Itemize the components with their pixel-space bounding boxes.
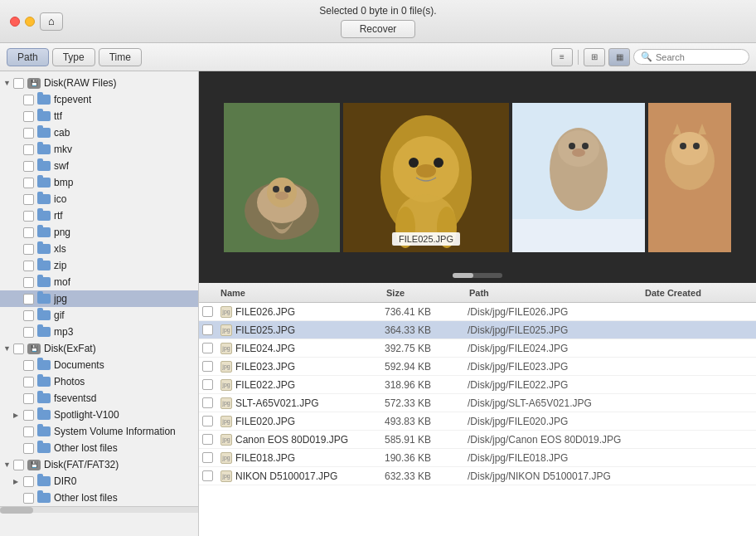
folder-documents[interactable]: Documents bbox=[0, 357, 198, 373]
file-size: 190.36 KB bbox=[385, 452, 468, 464]
folder-jpg[interactable]: jpg bbox=[0, 290, 198, 307]
file-row[interactable]: jpg SLT-A65V021.JPG 572.33 KB /Disk/jpg/… bbox=[199, 394, 756, 412]
folder-ttf[interactable]: ttf bbox=[0, 108, 198, 124]
file-path: /Disk/jpg/FILE023.JPG bbox=[468, 361, 645, 373]
folder-other-lost-fat[interactable]: Other lost files bbox=[0, 490, 198, 506]
file-path: /Disk/jpg/FILE025.JPG bbox=[468, 324, 645, 336]
tab-path[interactable]: Path bbox=[7, 48, 49, 66]
file-name: FILE022.JPG bbox=[235, 379, 385, 391]
folder-other-lost-exfat[interactable]: Other lost files bbox=[0, 440, 198, 456]
header-date[interactable]: Date Created bbox=[645, 288, 753, 298]
preview-images: FILE025.JPG bbox=[199, 71, 756, 283]
file-checkbox[interactable] bbox=[202, 452, 213, 463]
file-name: FILE023.JPG bbox=[235, 361, 385, 373]
file-checkbox[interactable] bbox=[202, 416, 213, 426]
folder-fseventsd[interactable]: fseventsd bbox=[0, 390, 198, 407]
search-input[interactable] bbox=[656, 52, 739, 62]
sidebar-scrollbar[interactable] bbox=[0, 506, 198, 513]
file-row-check bbox=[202, 361, 220, 372]
svg-point-25 bbox=[572, 149, 585, 157]
file-icon: jpg bbox=[220, 379, 232, 391]
file-checkbox[interactable] bbox=[202, 379, 213, 390]
file-checkbox[interactable] bbox=[202, 324, 213, 335]
disk-exfat-checkbox[interactable] bbox=[13, 344, 24, 354]
header-size[interactable]: Size bbox=[386, 288, 469, 298]
file-checkbox[interactable] bbox=[202, 343, 213, 353]
header-path[interactable]: Path bbox=[469, 288, 645, 298]
file-row[interactable]: jpg FILE018.JPG 190.36 KB /Disk/jpg/FILE… bbox=[199, 449, 756, 467]
folder-dir0[interactable]: ▶DIR0 bbox=[0, 473, 198, 490]
file-checkbox[interactable] bbox=[202, 434, 213, 445]
view-grid-button[interactable]: ⊞ bbox=[584, 48, 605, 66]
file-row[interactable]: jpg FILE025.JPG 364.33 KB /Disk/jpg/FILE… bbox=[199, 321, 756, 339]
folder-gif[interactable]: gif bbox=[0, 307, 198, 324]
minimize-button[interactable] bbox=[25, 17, 35, 27]
view-list-button[interactable]: ≡ bbox=[551, 48, 573, 66]
header-name[interactable]: Name bbox=[220, 288, 386, 298]
preview-image-2: FILE025.JPG bbox=[343, 103, 509, 252]
folder-photos[interactable]: Photos bbox=[0, 373, 198, 390]
view-thumb-button[interactable]: ▦ bbox=[608, 48, 630, 66]
disk-raw-label: Disk(RAW Files) bbox=[44, 77, 117, 89]
file-checkbox[interactable] bbox=[202, 306, 213, 317]
home-button[interactable]: ⌂ bbox=[40, 12, 63, 31]
disk-fat-checkbox[interactable] bbox=[13, 460, 24, 470]
file-icon: jpg bbox=[220, 324, 232, 336]
disk-exfat-item[interactable]: ▼ 💾 Disk(ExFat) bbox=[0, 340, 198, 357]
exfat-expand-arrow: ▼ bbox=[3, 344, 13, 353]
folder-sysvolinfo[interactable]: System Volume Information bbox=[0, 423, 198, 440]
svg-point-30 bbox=[693, 143, 700, 149]
disk-raw-checkbox[interactable] bbox=[13, 78, 24, 89]
file-row-check bbox=[202, 379, 220, 390]
svg-point-13 bbox=[416, 164, 436, 178]
folder-png[interactable]: png bbox=[0, 224, 198, 241]
folder-spotlight[interactable]: ▶Spotlight-V100 bbox=[0, 407, 198, 423]
close-button[interactable] bbox=[10, 17, 20, 27]
folder-xls[interactable]: xls bbox=[0, 241, 198, 257]
disk-fat-item[interactable]: ▼ 💾 Disk(FAT/FAT32) bbox=[0, 456, 198, 473]
tab-type[interactable]: Type bbox=[52, 48, 95, 66]
disk-raw-item[interactable]: ▼ 💾 Disk(RAW Files) bbox=[0, 75, 198, 91]
file-name: NIKON D5100017.JPG bbox=[235, 470, 385, 482]
file-row-check bbox=[202, 470, 220, 481]
file-row[interactable]: jpg FILE020.JPG 493.83 KB /Disk/jpg/FILE… bbox=[199, 412, 756, 431]
file-row[interactable]: jpg FILE023.JPG 592.94 KB /Disk/jpg/FILE… bbox=[199, 358, 756, 376]
file-row-check bbox=[202, 306, 220, 317]
preview-image-4 bbox=[648, 103, 731, 252]
preview-image-3 bbox=[512, 103, 645, 252]
view-separator bbox=[578, 50, 579, 65]
file-icon: jpg bbox=[220, 397, 232, 409]
file-icon: jpg bbox=[220, 361, 232, 373]
folder-bmp[interactable]: bmp bbox=[0, 174, 198, 191]
file-row[interactable]: jpg FILE022.JPG 318.96 KB /Disk/jpg/FILE… bbox=[199, 376, 756, 394]
file-path: /Disk/jpg/Canon EOS 80D019.JPG bbox=[468, 434, 645, 446]
folder-mof[interactable]: mof bbox=[0, 274, 198, 290]
tab-time[interactable]: Time bbox=[99, 48, 142, 66]
file-row-check bbox=[202, 324, 220, 335]
folder-ico[interactable]: ico bbox=[0, 191, 198, 207]
folder-rtf[interactable]: rtf bbox=[0, 207, 198, 224]
svg-point-11 bbox=[409, 158, 419, 168]
file-row[interactable]: jpg FILE026.JPG 736.41 KB /Disk/jpg/FILE… bbox=[199, 303, 756, 321]
svg-point-24 bbox=[582, 143, 589, 149]
folder-mp3[interactable]: mp3 bbox=[0, 324, 198, 340]
folder-cab[interactable]: cab bbox=[0, 124, 198, 141]
file-size: 318.96 KB bbox=[385, 379, 468, 391]
preview-scrollbar[interactable] bbox=[453, 273, 502, 278]
file-name: SLT-A65V021.JPG bbox=[235, 397, 385, 409]
folder-zip[interactable]: zip bbox=[0, 257, 198, 274]
file-row[interactable]: jpg NIKON D5100017.JPG 632.33 KB /Disk/j… bbox=[199, 467, 756, 485]
folder-mkv[interactable]: mkv bbox=[0, 141, 198, 158]
folder-swf[interactable]: swf bbox=[0, 158, 198, 174]
svg-point-4 bbox=[273, 186, 279, 192]
file-row-check bbox=[202, 343, 220, 353]
file-row[interactable]: jpg Canon EOS 80D019.JPG 585.91 KB /Disk… bbox=[199, 431, 756, 449]
file-name: FILE026.JPG bbox=[235, 306, 385, 318]
file-checkbox[interactable] bbox=[202, 361, 213, 372]
file-checkbox[interactable] bbox=[202, 397, 213, 408]
folder-fcpevent[interactable]: fcpevent bbox=[0, 91, 198, 108]
file-rows-container: jpg FILE026.JPG 736.41 KB /Disk/jpg/FILE… bbox=[199, 303, 756, 485]
file-checkbox[interactable] bbox=[202, 470, 213, 481]
file-row[interactable]: jpg FILE024.JPG 392.75 KB /Disk/jpg/FILE… bbox=[199, 339, 756, 358]
recover-button[interactable]: Recover bbox=[341, 20, 416, 38]
